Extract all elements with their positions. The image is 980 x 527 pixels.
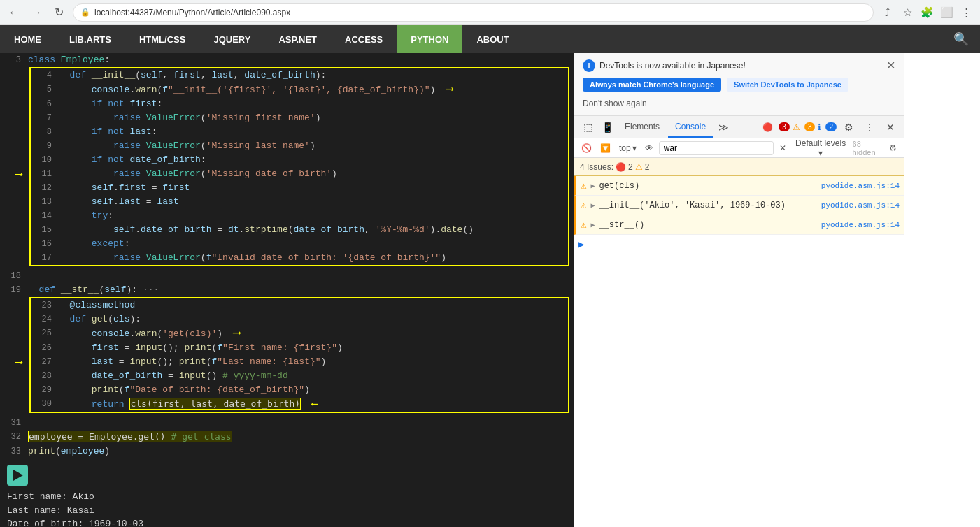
filter-button[interactable]: 🔽 — [597, 140, 613, 156]
console-row-src-1[interactable]: pyodide.asm.js:14 — [821, 182, 900, 190]
nav-htmlcss[interactable]: HTML/CSS — [125, 25, 199, 53]
code-line-16: 16 except: — [31, 237, 568, 251]
top-selector[interactable]: top ▾ — [616, 140, 639, 156]
info-icon2: ℹ — [818, 122, 821, 132]
code-line-28: 28 date_of_birth = input() # yyyy-mm-dd — [31, 369, 568, 383]
extensions-button[interactable]: 🧩 — [918, 4, 935, 21]
console-row-text-1: get(cls) — [599, 181, 816, 191]
code-line-30: 30 return cls(first, last, date_of_birth… — [31, 397, 568, 412]
warn-count: 3 — [804, 122, 816, 131]
code-line-12: 12 self.first = first — [31, 181, 568, 195]
main-area: 3 class Employee: 4 def __init__(self, f… — [0, 53, 980, 527]
default-levels-button[interactable]: Default levels ▾ — [792, 140, 850, 156]
devtools-toolbar: ⬚ 📱 Elements Console ≫ 🔴 3 ⚠ 3 ℹ 2 ⚙ ⋮ ✕ — [574, 116, 904, 138]
code-line-13: 13 self.last = last — [31, 195, 568, 209]
browser-bar: ← → ↻ 🔒 localhost:44387/Menu/Python/Arti… — [0, 0, 980, 25]
refresh-button[interactable]: ↻ — [50, 4, 67, 21]
issues-bar: 4 Issues: 🔴 2 ⚠ 2 — [574, 158, 904, 176]
bookmark-button[interactable]: ☆ — [899, 4, 916, 21]
issues-warn-icon: ⚠ — [635, 162, 643, 172]
code-line-7: 7 raise ValueError('Missing first name') — [31, 111, 568, 125]
nav-aspnet[interactable]: ASP.NET — [264, 25, 331, 53]
issues-error-icon: 🔴 — [616, 162, 626, 172]
console-settings-button[interactable]: ⚙ — [886, 140, 900, 156]
info-count: 2 — [825, 122, 837, 131]
console-row-text-3: __str__() — [599, 220, 816, 230]
notif-close-button[interactable]: ✕ — [886, 59, 895, 72]
more-options-button[interactable]: ⋮ — [860, 118, 879, 136]
clear-console-button[interactable]: 🚫 — [578, 140, 595, 156]
nav-home[interactable]: HOME — [0, 25, 55, 53]
warn-icon-2: ⚠ — [581, 199, 586, 211]
hidden-count: 68 hidden — [853, 140, 883, 157]
nav-about[interactable]: ABOUT — [462, 25, 523, 53]
eye-button[interactable]: 👁 — [642, 140, 656, 156]
device-button[interactable]: 📱 — [598, 118, 616, 136]
nav-python[interactable]: PYTHON — [397, 25, 462, 53]
dont-show-link[interactable]: Don't show again — [583, 97, 895, 110]
expand-arrow-2[interactable]: ▶ — [590, 201, 595, 210]
run-button[interactable] — [7, 465, 28, 486]
tab-elements[interactable]: Elements — [618, 116, 667, 138]
notif-buttons: Always match Chrome's language Switch De… — [583, 78, 895, 92]
back-button[interactable]: ← — [6, 4, 22, 21]
console-row-src-2[interactable]: pyodide.asm.js:14 — [821, 201, 900, 210]
forward-button[interactable]: → — [28, 4, 45, 21]
error-icon: 🔴 — [762, 122, 773, 132]
issues-warn-count: 2 — [645, 162, 650, 172]
issues-label: 4 Issues: 🔴 2 ⚠ 2 — [580, 162, 649, 172]
tab-console[interactable]: Console — [668, 116, 713, 138]
console-row-expand[interactable]: ▶ — [574, 235, 904, 254]
warn-icon-1: ⚠ — [581, 180, 586, 192]
expand-arrow-4[interactable]: ▶ — [578, 238, 584, 250]
close-devtools-button[interactable]: ✕ — [881, 118, 900, 136]
code-line-18: 18 — [0, 269, 574, 283]
share-button[interactable]: ⤴ — [879, 4, 896, 21]
code-scroll[interactable]: 3 class Employee: 4 def __init__(self, f… — [0, 53, 574, 527]
warn-icon: ⚠ — [793, 122, 800, 132]
devtools-panel: i DevTools is now available in Japanese!… — [574, 53, 904, 527]
lock-icon: 🔒 — [80, 8, 90, 17]
output-area: First name: Akio Last name: Kasai Date o… — [0, 459, 574, 527]
console-row-str[interactable]: ⚠ ▶ __str__() pyodide.asm.js:14 — [574, 215, 904, 235]
code-line-3: 3 class Employee: — [0, 53, 574, 67]
code-panel: 3 class Employee: 4 def __init__(self, f… — [0, 53, 574, 527]
nav-jquery[interactable]: JQUERY — [199, 25, 264, 53]
inspect-button[interactable]: ⬚ — [578, 118, 597, 136]
warn-icon-3: ⚠ — [581, 219, 586, 231]
expand-arrow-3[interactable]: ▶ — [590, 221, 595, 229]
switch-devtools-button[interactable]: Switch DevTools to Japanese — [727, 78, 848, 92]
console-row-get[interactable]: ⚠ ▶ get(cls) pyodide.asm.js:14 — [574, 176, 904, 196]
address-bar[interactable]: 🔒 localhost:44387/Menu/Python/Article/Ar… — [73, 3, 874, 22]
code-line-24: 24 def get(cls): — [31, 312, 568, 326]
devtools-notification: i DevTools is now available in Japanese!… — [574, 53, 904, 116]
code-line-11: ⟶ 11 raise ValueError('Missing date of b… — [31, 167, 568, 181]
console-row-src-3[interactable]: pyodide.asm.js:14 — [821, 221, 900, 229]
code-line-19: 19 def __str__(self): ··· — [0, 283, 574, 297]
search-icon[interactable]: 🔍 — [942, 31, 980, 47]
console-row-text-2: __init__('Akio', 'Kasai', 1969-10-03) — [599, 201, 816, 210]
code-line-26: 26 first = input(); print(f"First name: … — [31, 341, 568, 355]
clear-filter-button[interactable]: ✕ — [776, 140, 789, 156]
console-filter-input[interactable] — [659, 141, 774, 155]
more-tabs-button[interactable]: ≫ — [714, 118, 732, 136]
match-language-button[interactable]: Always match Chrome's language — [583, 78, 721, 92]
error-count: 3 — [779, 122, 790, 131]
console-row-init[interactable]: ⚠ ▶ __init__('Akio', 'Kasai', 1969-10-03… — [574, 196, 904, 215]
issues-text: 4 Issues: — [580, 162, 613, 172]
default-levels-label: Default levels ▾ — [795, 138, 847, 158]
code-line-25: 25 console.warn('get(cls)') ⟶ — [31, 326, 568, 341]
menu-button[interactable]: ⋮ — [958, 4, 974, 21]
profile-button[interactable]: ⬜ — [938, 4, 955, 21]
code-line-17: 17 raise ValueError(f"Invalid date of bi… — [31, 251, 568, 265]
code-line-27: ⟶ 27 last = input(); print(f"Last name: … — [31, 355, 568, 369]
code-line-4: 4 def __init__(self, first, last, date_o… — [31, 68, 568, 82]
code-line-8: 8 if not last: — [31, 125, 568, 139]
nav-access[interactable]: ACCESS — [331, 25, 397, 53]
expand-arrow-1[interactable]: ▶ — [590, 182, 595, 190]
url-text: localhost:44387/Menu/Python/Article/Arti… — [94, 8, 866, 17]
output-line-2: Last name: Kasai — [7, 504, 567, 518]
issues-error-count: 2 — [628, 162, 633, 172]
nav-libarts[interactable]: LIB.ARTS — [55, 25, 125, 53]
settings-button[interactable]: ⚙ — [839, 118, 858, 136]
